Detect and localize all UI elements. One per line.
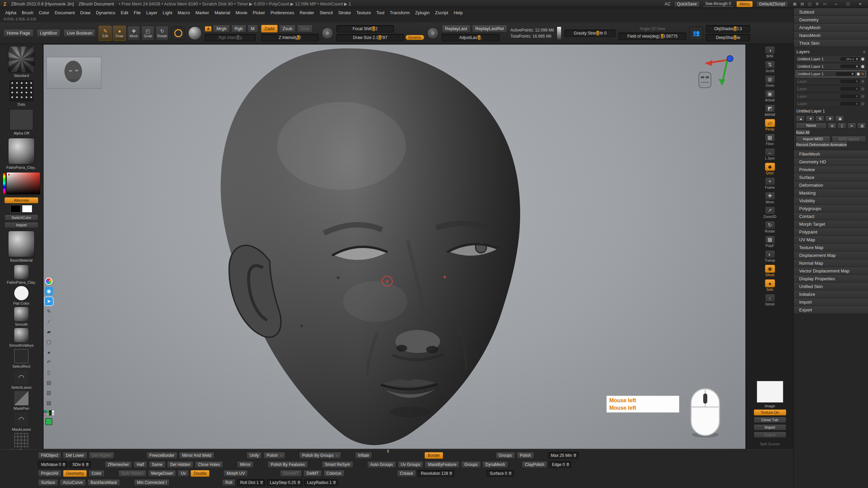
obj-shadow-slider[interactable]: ObjShadow 0.3 — [706, 25, 750, 33]
brush-preview-icon[interactable] — [172, 26, 185, 40]
palette-section[interactable]: Preview — [794, 166, 868, 174]
palette-section[interactable]: Vector Displacement Map — [794, 267, 868, 275]
see-through-slider[interactable]: See-through 0 — [703, 1, 733, 7]
palette-section[interactable]: Geometry — [794, 16, 868, 24]
material-fabiopaiva-clay[interactable]: FabioPaiva_Clay. — [7, 265, 36, 284]
zoom-button[interactable]: ◍ Zoom — [761, 75, 780, 87]
document-thumbnail[interactable] — [47, 57, 101, 88]
palette-section[interactable]: Displacement Map — [794, 251, 868, 259]
bottom-tray-button[interactable]: ProjectAll — [38, 470, 61, 477]
replay-last-rel-button[interactable]: ReplayLastRel — [472, 25, 508, 33]
layer-visibility-icon[interactable] — [857, 73, 860, 76]
palette-section[interactable]: Unified Skin — [794, 283, 868, 290]
ghost-button[interactable]: ◉ Ghost — [761, 265, 780, 277]
menu-item[interactable]: Brush — [19, 9, 36, 16]
maximize-button[interactable]: □ — [844, 1, 852, 7]
layer-visibility-icon[interactable] — [861, 65, 864, 68]
palette-section[interactable]: ArrayMesh — [794, 24, 868, 32]
bottom-tray-button[interactable]: Close Holes — [195, 461, 223, 468]
menu-item[interactable]: Edit — [118, 9, 131, 16]
rotate-nav-button[interactable]: ↻ Rotate — [761, 221, 780, 233]
bottom-tray-button[interactable]: Polish By Groups — [299, 452, 341, 459]
layer-down-button[interactable]: ▼ — [806, 116, 814, 122]
zoom3d-button[interactable]: ↗ Zoom3D — [761, 206, 780, 219]
bottom-tray-button[interactable]: Crease — [397, 470, 416, 477]
secondary-color-swatch[interactable] — [22, 205, 32, 212]
line-icon[interactable]: ∕ — [45, 318, 53, 326]
dot-icon[interactable]: ● — [45, 348, 53, 356]
bottom-tray-button[interactable]: Min Connected I — [134, 479, 170, 486]
highlighter-icon[interactable]: ▰ — [45, 328, 53, 336]
draw-size-slider[interactable]: Draw Size 2.18787 — [336, 34, 404, 41]
palette-section[interactable]: Visibility — [794, 197, 868, 205]
palette-section[interactable]: Subtool — [794, 8, 868, 16]
live-boolean-button[interactable]: Live Boolean — [63, 29, 96, 37]
menu-item[interactable]: Draw — [78, 9, 93, 16]
mini-palette[interactable] — [44, 410, 54, 415]
brush-select-rect[interactable]: SelectRect — [12, 349, 30, 368]
bottom-tray-button[interactable]: DynaMesh — [482, 461, 508, 468]
undo-icon[interactable]: ↶ — [45, 358, 53, 366]
adjust-last-slider[interactable]: AdjustLast 1 — [442, 34, 499, 41]
main-color-swatch[interactable] — [11, 205, 21, 212]
bottom-tray-button[interactable]: StoreMT — [280, 470, 302, 477]
bottom-tray-button[interactable]: Geometry — [63, 470, 87, 477]
palette-section[interactable]: FiberMesh — [794, 150, 868, 158]
brush-mask-pen[interactable]: MaskPen — [14, 391, 29, 410]
texture-image-preview[interactable] — [757, 381, 783, 403]
bottom-tray-button[interactable]: Polish — [517, 452, 534, 459]
menu-item[interactable]: Dynamics — [94, 9, 118, 16]
current-alpha[interactable]: Alpha Off — [9, 109, 33, 135]
bottom-tray-button[interactable]: AccuCurve — [60, 479, 86, 486]
split-view-icon[interactable]: ◫ — [806, 1, 813, 7]
focal-shift-slider[interactable]: Focal Shift 42 — [336, 25, 394, 33]
menu-item[interactable]: Marker — [193, 9, 211, 16]
palette-section[interactable]: Deformation — [794, 181, 868, 189]
bottom-tray-button[interactable]: Mirror — [237, 461, 254, 468]
bottom-tray-button[interactable]: Del Higher — [89, 452, 114, 459]
layer-intensity-slider[interactable] — [841, 87, 860, 90]
menu-item[interactable]: Stencil — [317, 9, 335, 16]
layer-row[interactable]: Layer — [796, 93, 866, 100]
menu-item[interactable]: Zscript — [433, 9, 451, 16]
bottom-tray-button[interactable]: Same — [149, 461, 165, 468]
shape-icon[interactable]: ▢ — [45, 338, 53, 346]
palette-section[interactable]: Surface — [794, 174, 868, 181]
bottom-tray-button[interactable]: Uv — [178, 470, 189, 477]
palette-section[interactable]: Export — [794, 306, 868, 314]
zadd-button[interactable]: Zadd — [261, 25, 278, 33]
menu-item[interactable]: Help — [451, 9, 465, 16]
bottom-tray-button[interactable]: MidValue 0 — [38, 461, 67, 468]
gravity-strength-slider[interactable]: Gravity Strength 0 — [565, 29, 615, 37]
palette-section[interactable]: Thick Skin — [794, 39, 868, 47]
brush-smooth-valleys[interactable]: SmoothValleys — [9, 328, 34, 347]
zsub-button[interactable]: Zsub — [279, 25, 296, 33]
bottom-tray-button[interactable]: Groups — [461, 461, 480, 468]
palette-section[interactable]: Normal Map — [794, 259, 868, 267]
quicksave-button[interactable]: QuickSave — [674, 1, 700, 7]
draw-mode-button[interactable]: ● Draw — [113, 26, 126, 41]
rgb-intensity-slider[interactable]: Rgb Intensity — [205, 34, 256, 41]
bottom-tray-button[interactable]: Max 25 Min — [548, 452, 578, 459]
layer-up-button[interactable]: ▲ — [796, 116, 805, 122]
menu-item[interactable]: Texture — [354, 9, 373, 16]
palette-section[interactable]: Contact — [794, 212, 868, 220]
actual-button[interactable]: ▣ Actual — [761, 90, 780, 102]
import-mdd-button[interactable]: Import MDD — [796, 136, 830, 142]
menu-item[interactable]: Preferences — [268, 9, 297, 16]
move-mode-button[interactable]: ✚ Move — [127, 26, 140, 41]
home-page-button[interactable]: Home Page — [3, 29, 34, 37]
layer-intensity-slider[interactable] — [836, 72, 855, 76]
bottom-tray-button[interactable]: Polish — [263, 452, 285, 459]
brush-mesh-extrude[interactable]: MeshExtrude — [11, 433, 33, 449]
layer-new-button[interactable]: ✚ — [825, 116, 834, 122]
close-button[interactable]: × — [856, 1, 865, 7]
palette-section[interactable]: Initialize — [794, 290, 868, 298]
layer-visibility-icon[interactable] — [861, 58, 864, 61]
bottom-tray-button[interactable]: Morph UV — [223, 470, 248, 477]
bottom-tray-button[interactable]: MaskByFeature — [425, 461, 459, 468]
bottom-tray-button[interactable]: Roll Dist 1 — [237, 479, 265, 486]
tray-resize-handle[interactable]: ▲▼ — [387, 449, 390, 453]
replay-last-button[interactable]: ReplayLast — [442, 25, 471, 33]
menu-list-icon[interactable]: ≣ — [814, 1, 821, 7]
